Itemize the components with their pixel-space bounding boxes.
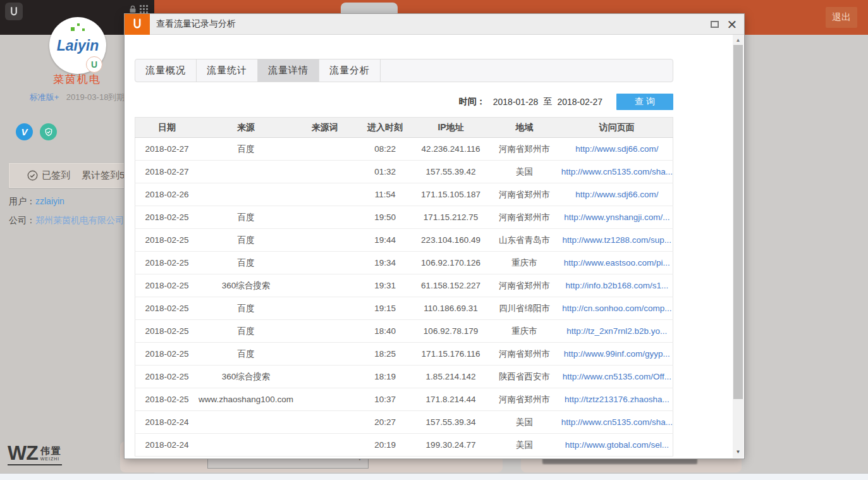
time-label: 时间： <box>459 96 486 108</box>
cell-entry-time: 11:54 <box>357 183 414 206</box>
visited-page-link[interactable]: http://www.cn5135.com/Off... <box>563 372 671 381</box>
cell-ip: 110.186.69.31 <box>414 297 488 320</box>
grid-menu-icon[interactable] <box>140 5 148 13</box>
modal-title: 查看流量记录与分析 <box>156 18 236 30</box>
cell-url: http://www.cn5135.com/sha... <box>561 161 673 183</box>
tab-traffic-details[interactable]: 流量详情 <box>258 59 319 82</box>
cell-source <box>199 183 293 206</box>
cell-url: http://www.99inf.com/gyyp... <box>561 343 673 366</box>
cell-source <box>199 411 293 434</box>
visited-page-link[interactable]: http://www.eastsoo.com/pi... <box>564 258 670 268</box>
cell-source: 百度 <box>199 252 293 274</box>
visited-page-link[interactable]: http://www.sdj66.com/ <box>575 144 658 154</box>
visited-page-link[interactable]: http://info.b2b168.com/s1... <box>565 281 668 290</box>
cell-date: 2018-02-25 <box>135 320 199 343</box>
cell-region: 河南省郑州市 <box>487 388 561 411</box>
tab-traffic-analysis[interactable]: 流量分析 <box>319 59 381 82</box>
header-date: 日期 <box>135 118 199 138</box>
header-entry-time: 进入时刻 <box>357 118 414 138</box>
table-row: 2018-02-2701:32157.55.39.42美国http://www.… <box>135 161 673 183</box>
visited-page-link[interactable]: http://www.gtobal.com/sel... <box>565 440 669 450</box>
table-row: 2018-02-2420:27157.55.39.34美国http://www.… <box>135 411 673 434</box>
cell-date: 2018-02-25 <box>135 388 199 411</box>
table-row: 2018-02-2420:19199.30.24.77美国http://www.… <box>135 434 673 457</box>
cell-source: 百度 <box>199 297 293 320</box>
cell-entry-time: 08:22 <box>357 138 414 161</box>
cell-region: 河南省郑州市 <box>487 138 561 161</box>
cell-date: 2018-02-25 <box>135 297 199 320</box>
cell-region: 美国 <box>487 411 561 434</box>
cell-entry-time: 19:15 <box>357 297 414 320</box>
user-link[interactable]: zzlaiyin <box>35 196 64 206</box>
cell-url: http://www.cn5135.com/sha... <box>561 411 673 434</box>
cell-region: 重庆市 <box>487 252 561 274</box>
visited-page-link[interactable]: http://www.cn5135.com/sha... <box>561 417 673 427</box>
cell-url: http://www.ynshangji.com/... <box>561 206 673 229</box>
cell-date: 2018-02-25 <box>135 252 199 274</box>
visited-page-link[interactable]: http://cn.sonhoo.com/comp... <box>562 304 671 313</box>
traffic-table-body: 2018-02-27百度08:2242.236.241.116河南省郑州市htt… <box>135 138 673 457</box>
visited-page-link[interactable]: http://www.sdj66.com/ <box>575 190 658 199</box>
tab-traffic-statistics[interactable]: 流量统计 <box>197 59 258 82</box>
scrollbar-thumb[interactable] <box>733 45 743 399</box>
cell-date: 2018-02-27 <box>135 138 199 161</box>
cell-entry-time: 19:50 <box>357 206 414 229</box>
cell-keyword <box>293 297 357 320</box>
query-button[interactable]: 查 询 <box>616 94 673 110</box>
cell-keyword <box>293 252 357 274</box>
visited-page-link[interactable]: http://www.cn5135.com/sha... <box>561 167 673 176</box>
visited-page-link[interactable]: http://www.ynshangji.com/... <box>564 212 669 222</box>
cell-ip: 223.104.160.49 <box>414 229 488 252</box>
cell-region: 河南省郑州市 <box>487 343 561 366</box>
vip-badge[interactable]: V <box>16 123 33 140</box>
app-logo-icon[interactable] <box>5 3 23 20</box>
cell-url: http://www.sdj66.com/ <box>561 138 673 161</box>
cell-date: 2018-02-27 <box>135 161 199 183</box>
cell-ip: 106.92.78.179 <box>414 320 488 343</box>
cell-ip: 1.85.214.142 <box>414 366 488 388</box>
header-region: 地域 <box>487 118 561 138</box>
header-visited-page: 访问页面 <box>561 118 673 138</box>
logout-button[interactable]: 退出 <box>826 7 857 28</box>
cell-ip: 157.55.39.42 <box>414 161 488 183</box>
scroll-up-icon[interactable]: ▲ <box>733 35 743 45</box>
visited-page-link[interactable]: http://tztz213176.zhaosha... <box>565 395 669 404</box>
cell-date: 2018-02-24 <box>135 434 199 457</box>
header-ip: IP地址 <box>414 118 488 138</box>
cell-keyword <box>293 206 357 229</box>
lock-icon[interactable] <box>128 5 137 13</box>
visited-page-link[interactable]: http://tz_2xn7rnl2.b2b.yo... <box>566 326 667 336</box>
cell-keyword <box>293 366 357 388</box>
weizhi-en: WEIZHI <box>40 457 62 461</box>
cell-entry-time: 18:25 <box>357 343 414 366</box>
cell-source <box>199 434 293 457</box>
scroll-down-icon[interactable]: ▼ <box>733 447 743 457</box>
cell-url: http://www.cn5135.com/Off... <box>561 366 673 388</box>
start-date-field[interactable]: 2018-01-28 <box>493 97 539 107</box>
cell-entry-time: 20:19 <box>357 434 414 457</box>
traffic-table: 日期 来源 来源词 进入时刻 IP地址 地域 访问页面 2018-02-27百度… <box>135 117 673 457</box>
cell-ip: 106.92.170.126 <box>414 252 488 274</box>
visited-page-link[interactable]: http://www.tz1288.com/sup... <box>563 235 672 245</box>
cell-keyword <box>293 434 357 457</box>
maximize-button[interactable] <box>706 14 723 35</box>
tab-bar: 流量概况 流量统计 流量详情 流量分析 <box>135 59 673 82</box>
table-row: 2018-02-25360综合搜索19:3161.158.152.227河南省郑… <box>135 274 673 297</box>
company-link[interactable]: 郑州莱茵机电有限公司 <box>35 215 124 225</box>
end-date-field[interactable]: 2018-02-27 <box>557 97 602 107</box>
logo-pixel-decoration <box>82 28 85 31</box>
shield-badge[interactable] <box>40 123 57 140</box>
modal-scrollbar[interactable]: ▲ ▼ <box>733 35 743 458</box>
cell-date: 2018-02-25 <box>135 274 199 297</box>
user-label: 用户： <box>9 196 35 206</box>
header-source: 来源 <box>199 118 293 138</box>
cell-keyword <box>293 388 357 411</box>
table-row: 2018-02-25360综合搜索18:191.85.214.142陕西省西安市… <box>135 366 673 388</box>
cell-region: 河南省郑州市 <box>487 183 561 206</box>
close-icon[interactable]: ✕ <box>724 14 740 35</box>
background-tab <box>341 3 398 14</box>
tab-traffic-overview[interactable]: 流量概况 <box>135 59 197 82</box>
visited-page-link[interactable]: http://www.99inf.com/gyyp... <box>564 349 670 359</box>
logo-pixel-decoration <box>77 23 80 26</box>
plan-link[interactable]: 标准版+ <box>30 92 59 102</box>
